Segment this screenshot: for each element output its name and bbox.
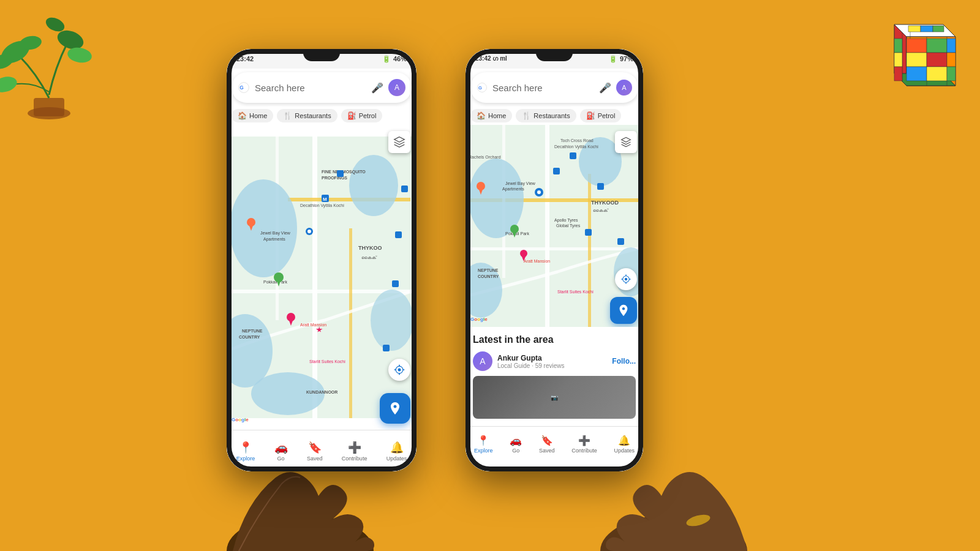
svg-rect-71 xyxy=(392,280,399,287)
svg-rect-26 xyxy=(907,67,927,81)
svg-rect-21 xyxy=(927,39,947,53)
svg-rect-20 xyxy=(907,39,927,53)
latest-title: Latest in the area xyxy=(473,334,636,345)
svg-text:Jewel Bay View: Jewel Bay View xyxy=(260,231,291,236)
battery-left: 46% xyxy=(393,55,407,62)
svg-point-41 xyxy=(349,155,398,216)
svg-rect-1 xyxy=(34,98,64,116)
svg-text:Global Tyres: Global Tyres xyxy=(556,223,581,228)
status-bar-right: 23:42 ഗ ml 🔋 97% xyxy=(466,49,643,69)
location-btn-right[interactable] xyxy=(615,268,637,290)
svg-rect-23 xyxy=(907,53,927,67)
svg-rect-110 xyxy=(553,168,560,174)
battery-icon-left: 🔋 xyxy=(382,55,391,63)
content-preview: 📷 xyxy=(473,376,636,419)
chip-petrol-label-left: Petrol xyxy=(359,112,377,119)
search-input-left[interactable]: Search here xyxy=(255,83,366,93)
battery-right: 97% xyxy=(620,55,633,62)
mic-icon-right[interactable]: 🎤 xyxy=(599,82,611,94)
svg-text:Apartments: Apartments xyxy=(263,237,285,242)
restaurants-icon-left: 🍴 xyxy=(283,111,292,120)
search-bar-right[interactable]: G Search here 🎤 A xyxy=(470,72,638,103)
svg-rect-27 xyxy=(927,67,947,81)
svg-rect-39 xyxy=(349,228,352,418)
svg-rect-68 xyxy=(337,170,344,177)
nav-contribute-left[interactable]: ➕ Contribute xyxy=(342,441,368,462)
svg-rect-22 xyxy=(947,39,956,53)
search-icons-right: 🎤 A xyxy=(599,80,632,96)
nav-updates-right[interactable]: 🔔 Updates xyxy=(614,435,635,454)
plant-decoration xyxy=(0,0,123,122)
svg-text:Toch Cross Road: Toch Cross Road xyxy=(560,138,594,143)
chip-home-left[interactable]: 🏠 Home xyxy=(232,109,273,122)
chip-restaurants-right[interactable]: 🍴 Restaurants xyxy=(516,109,576,122)
svg-text:COUNTRY: COUNTRY xyxy=(478,274,499,279)
follow-btn[interactable]: Follo... xyxy=(612,357,636,365)
cube-decoration xyxy=(858,0,980,135)
svg-text:Apollo Tyres: Apollo Tyres xyxy=(554,218,578,223)
svg-rect-29 xyxy=(894,39,902,53)
phone-left: 23:42 🔋 46% G Search here 🎤 A 🏠 Home xyxy=(227,49,417,471)
svg-rect-19 xyxy=(933,26,944,32)
chip-petrol-label-right: Petrol xyxy=(598,112,616,119)
location-btn-left[interactable] xyxy=(388,359,410,381)
nav-explore-right[interactable]: 📍 Explore xyxy=(474,435,493,454)
layer-btn-left[interactable] xyxy=(388,131,410,153)
nav-contribute-right[interactable]: ➕ Contribute xyxy=(571,435,597,454)
go-label-left: Go xyxy=(277,455,285,462)
bottom-nav-left: 📍 Explore 🚗 Go 🔖 Saved ➕ Contribute 🔔 Up… xyxy=(227,430,417,471)
category-chips-right: 🏠 Home 🍴 Restaurants ⛽ Petrol xyxy=(466,107,643,125)
svg-rect-83 xyxy=(588,174,591,327)
svg-rect-35 xyxy=(312,137,317,418)
nav-explore-left[interactable]: 📍 Explore xyxy=(236,441,255,462)
svg-rect-17 xyxy=(908,26,921,32)
avatar-left[interactable]: A xyxy=(388,79,405,96)
updates-icon-right: 🔔 xyxy=(618,435,630,446)
category-chips-left: 🏠 Home 🍴 Restaurants ⛽ Petrol xyxy=(227,107,417,125)
svg-text:കൈക്: കൈക് xyxy=(593,208,609,212)
go-icon-left: 🚗 xyxy=(274,441,288,454)
nav-updates-left[interactable]: 🔔 Updates xyxy=(386,441,407,462)
chip-petrol-right[interactable]: ⛽ Petrol xyxy=(580,109,622,122)
chip-petrol-left[interactable]: ⛽ Petrol xyxy=(341,109,383,122)
user-row: A Ankur Gupta Local Guide · 59 reviews F… xyxy=(473,351,636,371)
svg-text:KUNDANNOOR: KUNDANNOOR xyxy=(306,390,337,394)
map-left[interactable]: FINE NET MOSQUITO PROOFINGS Decathlon Vy… xyxy=(227,125,417,430)
svg-rect-72 xyxy=(383,345,390,351)
chip-restaurants-left[interactable]: 🍴 Restaurants xyxy=(277,109,337,122)
chip-home-right[interactable]: 🏠 Home xyxy=(470,109,512,122)
contribute-icon-right: ➕ xyxy=(578,435,590,446)
avatar-right[interactable]: A xyxy=(616,80,632,96)
home-icon-right: 🏠 xyxy=(477,111,486,120)
fab-btn-right[interactable] xyxy=(610,297,637,324)
saved-icon-right: 🔖 xyxy=(541,435,553,446)
chip-restaurants-label-left: Restaurants xyxy=(295,112,331,119)
status-bar-left: 23:42 🔋 46% xyxy=(227,49,417,69)
svg-point-63 xyxy=(307,230,311,233)
chip-home-label-right: Home xyxy=(488,112,506,119)
svg-point-107 xyxy=(537,190,541,194)
svg-rect-31 xyxy=(894,67,902,81)
explore-label-right: Explore xyxy=(474,448,493,454)
nav-saved-right[interactable]: 🔖 Saved xyxy=(539,435,555,454)
petrol-icon-left: ⛽ xyxy=(347,111,356,120)
svg-text:Starlit Suites Kochi: Starlit Suites Kochi xyxy=(557,290,594,294)
svg-text:G: G xyxy=(478,85,482,91)
nav-go-right[interactable]: 🚗 Go xyxy=(510,435,522,454)
mic-icon-left[interactable]: 🎤 xyxy=(371,82,383,94)
search-bar-left[interactable]: G Search here 🎤 A xyxy=(232,72,412,103)
updates-label-left: Updates xyxy=(386,455,407,462)
layer-btn-right[interactable] xyxy=(615,131,637,153)
svg-rect-79 xyxy=(545,125,549,327)
user-name: Ankur Gupta xyxy=(497,354,607,362)
search-input-right[interactable]: Search here xyxy=(492,83,594,93)
svg-rect-113 xyxy=(585,229,592,236)
fab-btn-left[interactable] xyxy=(380,393,410,424)
nav-go-left[interactable]: 🚗 Go xyxy=(274,441,288,462)
nav-saved-left[interactable]: 🔖 Saved xyxy=(307,441,323,462)
map-right[interactable]: Rachels Orchard Decathlon Vyttila Kochi … xyxy=(466,125,643,327)
svg-text:Apartments: Apartments xyxy=(502,187,524,192)
svg-rect-111 xyxy=(570,152,576,159)
map-svg-left: FINE NET MOSQUITO PROOFINGS Decathlon Vy… xyxy=(227,125,417,430)
svg-text:Aratt Mansion: Aratt Mansion xyxy=(300,323,326,327)
